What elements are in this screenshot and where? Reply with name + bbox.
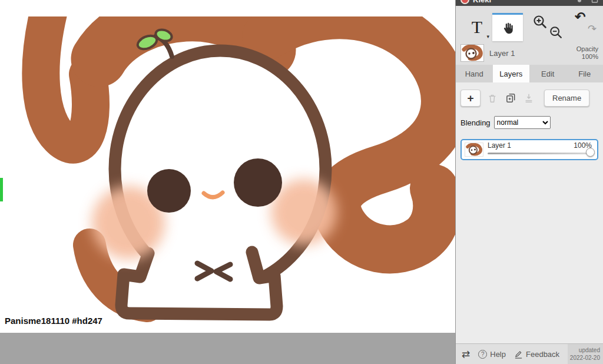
layer-opacity-slider[interactable] (488, 153, 588, 154)
chevron-down-icon: ▾ (486, 34, 489, 39)
help-icon: ? (478, 350, 487, 359)
panel-footer: ⇄ ? Help Feedback updated 2022-02-20 (456, 343, 603, 364)
layer-thumbnail (460, 44, 484, 62)
help-label: Help (490, 350, 506, 359)
left-eye (147, 169, 191, 213)
layer-list-item[interactable]: Layer 1 100% (460, 139, 598, 160)
layer-name: Layer 1 (488, 141, 511, 150)
undo-icon[interactable]: ↶ (575, 11, 585, 24)
help-button[interactable]: ? Help (478, 350, 506, 359)
panel-tabs: Hand Layers Edit File (456, 65, 603, 82)
active-layer-preview: Layer 1 Opacity 100% (456, 41, 603, 65)
add-layer-button[interactable]: + (460, 90, 481, 107)
tab-layers[interactable]: Layers (493, 65, 530, 82)
duplicate-layer-icon[interactable] (504, 92, 517, 105)
eyedropper-icon[interactable] (576, 0, 583, 3)
right-panel: Kleki T ▾ (455, 0, 603, 364)
zoom-in-icon[interactable] (532, 14, 548, 29)
text-tool-button[interactable]: T ▾ (462, 13, 492, 41)
kleki-logo-icon[interactable] (460, 0, 469, 4)
watermark: Panisme181110 #hd247 (5, 316, 102, 326)
share-icon[interactable] (591, 0, 598, 3)
blending-row: Blending normal (460, 116, 598, 129)
canvas-artwork: Panisme181110 #hd247 (0, 0, 455, 333)
layers-panel: + Rename Blending normal (456, 82, 603, 343)
feedback-label: Feedback (526, 350, 559, 359)
feedback-button[interactable]: Feedback (514, 350, 559, 359)
blending-label: Blending (460, 118, 491, 127)
redo-icon[interactable]: ↷ (588, 24, 597, 34)
drawing-canvas[interactable]: Panisme181110 #hd247 (0, 0, 455, 333)
tab-hand[interactable]: Hand (456, 65, 493, 82)
canvas-edge-mark (0, 178, 3, 201)
right-eye (234, 158, 282, 207)
hand-tool-button[interactable] (492, 13, 523, 41)
app-title: Kleki (473, 0, 491, 4)
canvas-outside-margin (0, 333, 455, 364)
tab-file[interactable]: File (566, 65, 603, 82)
pencil-icon (514, 350, 523, 359)
hand-icon (501, 22, 514, 35)
layer-thumbnail (465, 143, 483, 157)
top-menu-bar: Kleki (456, 0, 603, 6)
text-tool-glyph: T (472, 18, 482, 36)
tab-edit[interactable]: Edit (529, 65, 566, 82)
merge-layer-icon[interactable] (522, 92, 535, 105)
updated-info: updated 2022-02-20 (568, 344, 603, 364)
rename-layer-button[interactable]: Rename (544, 90, 589, 107)
delete-layer-icon[interactable] (486, 92, 499, 105)
active-layer-opacity: Opacity 100% (577, 45, 598, 61)
tool-row: T ▾ ↶ ↷ (456, 6, 603, 41)
layer-opacity-slider-knob[interactable] (586, 148, 595, 157)
layer-actions-row: + Rename (460, 90, 598, 107)
active-layer-name: Layer 1 (489, 49, 571, 58)
zoom-out-icon[interactable] (549, 25, 563, 39)
kleki-app: Panisme181110 #hd247 Kleki T ▾ (0, 0, 603, 364)
blending-select[interactable]: normal (494, 116, 551, 129)
swap-icon[interactable]: ⇄ (462, 349, 470, 359)
